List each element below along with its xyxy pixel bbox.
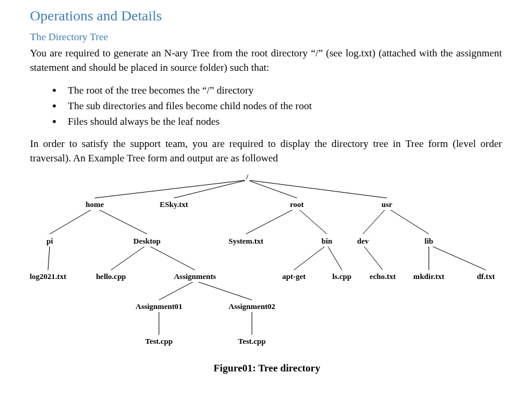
tree-node-systemtxt: System.txt <box>227 236 265 247</box>
tree-node-testcpp1: Test.cpp <box>144 336 174 347</box>
tree-node-root-slash: / <box>245 172 250 182</box>
tree-diagram: / home ESky.txt root usr pi Desktop Syst… <box>30 174 504 372</box>
tree-node-usr: usr <box>380 199 393 210</box>
svg-line-1 <box>174 180 247 198</box>
section-heading-operations: Operations and Details <box>30 6 502 26</box>
tree-node-lscpp: ls.cpp <box>331 271 353 282</box>
tree-node-echotxt: echo.txt <box>368 271 397 282</box>
svg-line-11 <box>111 245 147 270</box>
traversal-paragraph: In order to satisfy the support team, yo… <box>30 137 502 166</box>
requirements-list: The root of the tree becomes the “/” dir… <box>63 83 502 128</box>
svg-line-6 <box>246 208 297 234</box>
tree-node-desktop: Desktop <box>132 236 162 247</box>
tree-node-home: home <box>85 199 105 210</box>
tree-node-dev: dev <box>356 236 370 247</box>
tree-node-esky: ESky.txt <box>158 199 189 210</box>
svg-line-14 <box>327 245 342 270</box>
tree-node-mkdirtxt: mkdir.txt <box>412 271 446 282</box>
tree-node-hellocpp: hello.cpp <box>95 271 127 282</box>
tree-node-aptget: apt-get <box>281 271 307 282</box>
bullet-item: The sub directories and files become chi… <box>63 99 502 113</box>
tree-node-root: root <box>289 199 305 210</box>
svg-line-18 <box>159 281 195 300</box>
bullet-item: The root of the tree becomes the “/” dir… <box>63 83 502 98</box>
svg-line-9 <box>387 208 429 234</box>
svg-line-17 <box>429 245 486 270</box>
tree-node-bin: bin <box>320 236 333 247</box>
tree-node-pi: pi <box>46 236 55 247</box>
tree-node-assignment01: Assignment01 <box>134 301 184 312</box>
svg-line-5 <box>95 208 147 234</box>
intro-paragraph: You are required to generate an N-ary Tr… <box>30 46 502 75</box>
tree-node-lib: lib <box>423 236 434 247</box>
bullet-item: Files should always be the leaf nodes <box>63 115 502 129</box>
svg-line-12 <box>147 245 195 270</box>
svg-line-15 <box>363 245 383 270</box>
tree-node-assignment02: Assignment02 <box>227 301 276 312</box>
tree-node-assignments: Assignments <box>173 271 217 282</box>
svg-line-8 <box>363 208 387 234</box>
subsection-heading-directory-tree: The Directory Tree <box>30 30 502 44</box>
svg-line-3 <box>247 180 387 198</box>
tree-node-log2021: log2021.txt <box>28 271 67 282</box>
svg-line-13 <box>294 245 327 270</box>
tree-node-testcpp2: Test.cpp <box>237 336 267 347</box>
tree-node-dftxt: df.txt <box>476 271 496 282</box>
svg-line-2 <box>247 180 297 198</box>
figure-caption: Figure01: Tree directory <box>30 361 504 376</box>
svg-line-0 <box>95 180 247 198</box>
svg-line-7 <box>297 208 327 234</box>
svg-line-10 <box>48 245 50 270</box>
svg-line-4 <box>50 208 95 234</box>
svg-line-19 <box>195 281 252 300</box>
